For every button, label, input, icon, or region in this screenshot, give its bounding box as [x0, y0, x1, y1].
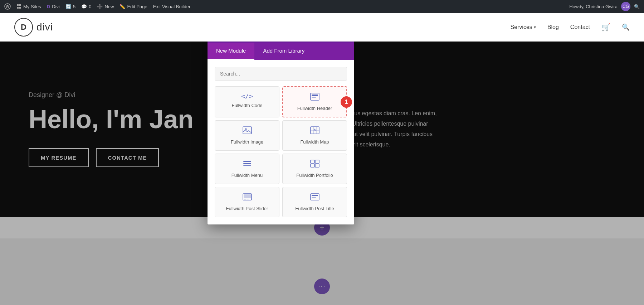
module-fullwidth-post-title[interactable]: Fullwidth Post Title [282, 187, 347, 217]
module-fullwidth-header[interactable]: Fullwidth Header 1 [282, 86, 347, 117]
admin-bar-edit-page[interactable]: ✏️ Edit Page [119, 4, 147, 9]
tab-add-from-library[interactable]: Add From Library [254, 43, 313, 60]
map-icon [310, 126, 319, 136]
svg-rect-5 [19, 7, 21, 9]
svg-rect-25 [312, 197, 316, 198]
svg-rect-8 [312, 97, 316, 98]
logo-text: divi [36, 21, 53, 33]
admin-bar-mysites[interactable]: My Sites [16, 4, 41, 9]
svg-rect-18 [315, 164, 319, 167]
module-fullwidth-image[interactable]: Fullwidth Image [215, 120, 279, 151]
nav-cart-icon[interactable]: 🛒 [601, 23, 610, 32]
svg-rect-23 [311, 194, 319, 200]
nav-item-services[interactable]: Services ▾ [510, 24, 536, 30]
site-header: D divi Services ▾ Blog Contact 🛒 🔍 [0, 13, 644, 42]
modal-body: </> Fullwidth Code Fullwidth Header 1 Fu… [208, 60, 354, 224]
svg-rect-24 [312, 195, 318, 196]
module-search-input[interactable] [215, 67, 347, 81]
portfolio-icon [310, 160, 319, 170]
nav-item-blog[interactable]: Blog [547, 24, 559, 30]
modal-tabs: New Module Add From Library [208, 43, 354, 60]
svg-text:W: W [6, 5, 9, 9]
svg-rect-9 [243, 127, 252, 134]
admin-bar-exit-builder[interactable]: Exit Visual Builder [153, 4, 191, 9]
svg-rect-20 [244, 194, 251, 198]
nav-services-arrow: ▾ [534, 25, 536, 30]
svg-rect-13 [243, 163, 251, 164]
svg-rect-16 [315, 160, 319, 163]
svg-rect-12 [243, 161, 251, 162]
admin-bar-updates[interactable]: 🔄 5 [65, 4, 75, 9]
tab-new-module[interactable]: New Module [208, 43, 254, 60]
svg-rect-4 [17, 7, 19, 9]
badge-number: 1 [341, 96, 352, 108]
svg-rect-14 [243, 165, 251, 166]
module-fullwidth-map[interactable]: Fullwidth Map [282, 120, 347, 151]
svg-rect-3 [19, 4, 21, 6]
module-fullwidth-code[interactable]: </> Fullwidth Code [215, 86, 279, 117]
admin-bar: W My Sites D Divi 🔄 5 💬 0 ➕ New ✏️ Edit … [0, 0, 644, 13]
site-nav: Services ▾ Blog Contact 🛒 🔍 [510, 23, 630, 32]
post-title-icon [310, 193, 319, 203]
svg-rect-22 [247, 199, 249, 199]
svg-rect-2 [17, 4, 19, 6]
module-fullwidth-portfolio[interactable]: Fullwidth Portfolio [282, 154, 347, 184]
module-fullwidth-menu[interactable]: Fullwidth Menu [215, 154, 279, 184]
svg-rect-6 [311, 93, 319, 100]
svg-rect-21 [244, 199, 246, 199]
admin-bar-new[interactable]: ➕ New [97, 4, 114, 9]
menu-icon [243, 160, 252, 170]
admin-bar-divi[interactable]: D Divi [47, 4, 60, 9]
admin-bar-wp-icon[interactable]: W [4, 3, 11, 10]
module-grid: </> Fullwidth Code Fullwidth Header 1 Fu… [215, 86, 347, 217]
svg-rect-17 [311, 164, 314, 167]
admin-bar-right: Howdy, Christina Gwira CG 🔍 [569, 2, 640, 11]
header-icon [310, 93, 319, 103]
image-icon [243, 126, 252, 136]
svg-rect-7 [312, 95, 318, 96]
nav-search-icon[interactable]: 🔍 [622, 23, 630, 31]
site-logo[interactable]: D divi [14, 18, 53, 37]
nav-item-contact[interactable]: Contact [570, 24, 590, 30]
admin-avatar: CG [621, 2, 630, 11]
admin-search-icon[interactable]: 🔍 [634, 4, 640, 9]
insert-module-modal: Insert Module × New Module Add From Libr… [208, 21, 354, 224]
logo-circle: D [14, 18, 33, 37]
module-fullwidth-post-slider[interactable]: Fullwidth Post Slider [215, 187, 279, 217]
post-slider-icon [243, 193, 252, 203]
svg-rect-15 [311, 160, 314, 163]
admin-bar-comments[interactable]: 💬 0 [81, 4, 91, 9]
code-icon: </> [241, 92, 253, 100]
